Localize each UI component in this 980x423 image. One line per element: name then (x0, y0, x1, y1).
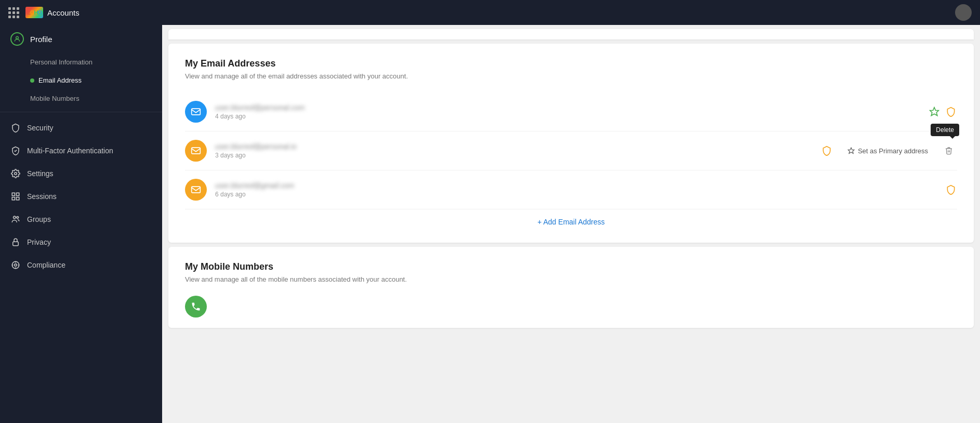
email-address-2: user.blurred@personal.io (215, 142, 812, 151)
delete-button-2[interactable] (941, 142, 957, 159)
sidebar-item-compliance[interactable]: Compliance (0, 254, 162, 276)
svg-marker-14 (848, 148, 854, 153)
email-badges-2 (820, 144, 833, 157)
delete-tooltip-wrap: Delete (941, 142, 957, 159)
email-actions-2: Set as Primary address Delete (841, 142, 957, 159)
lock-icon (10, 237, 21, 247)
sidebar-item-email-address[interactable]: Email Address (30, 71, 162, 89)
add-email-link[interactable]: + Add Email Address (537, 218, 605, 226)
mfa-label: Multi-Factor Authentication (27, 147, 113, 155)
svg-rect-3 (17, 193, 19, 195)
topbar: ZOHO Accounts (0, 0, 980, 25)
svg-rect-11 (192, 109, 201, 115)
email-address-label: Email Address (38, 76, 82, 84)
svg-marker-12 (930, 108, 939, 116)
email-info-2: user.blurred@personal.io 3 days ago (215, 142, 812, 159)
email-avatar-1 (185, 101, 207, 123)
grid-icon[interactable] (8, 7, 19, 18)
email-time-3: 6 days ago (215, 191, 936, 198)
svg-point-6 (14, 216, 16, 219)
sessions-icon (10, 191, 21, 202)
email-address-1: user.blurred@personal.com (215, 103, 920, 112)
privacy-label: Privacy (27, 238, 51, 246)
sidebar-item-sessions[interactable]: Sessions (0, 185, 162, 208)
svg-rect-13 (192, 148, 201, 154)
email-entry-1: user.blurred@personal.com 4 days ago (185, 92, 957, 131)
email-info-1: user.blurred@personal.com 4 days ago (215, 103, 920, 120)
svg-point-0 (16, 36, 19, 39)
sidebar-item-settings[interactable]: Settings (0, 162, 162, 185)
crown-badge (928, 105, 941, 118)
sidebar-item-profile[interactable]: Profile (0, 25, 162, 53)
email-address-3: user.blurred@gmail.com (215, 181, 936, 190)
set-primary-label: Set as Primary address (858, 147, 928, 155)
security-label: Security (27, 124, 54, 132)
settings-label: Settings (27, 169, 54, 178)
email-info-3: user.blurred@gmail.com 6 days ago (215, 181, 936, 198)
mobile-section-subtitle: View and manage all of the mobile number… (185, 275, 957, 283)
email-avatar-2 (185, 140, 207, 162)
sidebar-item-security[interactable]: Security (0, 116, 162, 139)
mobile-section-title: My Mobile Numbers (185, 261, 957, 272)
svg-point-7 (17, 216, 19, 218)
compliance-label: Compliance (27, 261, 65, 269)
shield-badge-1 (945, 105, 957, 118)
email-section-title: My Email Addresses (185, 58, 957, 69)
sidebar-item-mobile-numbers[interactable]: Mobile Numbers (30, 89, 162, 108)
active-indicator (30, 78, 34, 83)
email-section-subtitle: View and manage all of the email address… (185, 72, 957, 80)
mobile-numbers-label: Mobile Numbers (30, 95, 80, 102)
email-entry-2: user.blurred@personal.io 3 days ago (185, 131, 957, 170)
email-entry-3: user.blurred@gmail.com 6 days ago (185, 170, 957, 209)
sidebar: Profile Personal Information Email Addre… (0, 25, 162, 423)
top-partial-card (168, 29, 974, 39)
mobile-numbers-card: My Mobile Numbers View and manage all of… (168, 247, 974, 328)
svg-rect-4 (12, 197, 15, 200)
sidebar-item-groups[interactable]: Groups (0, 208, 162, 231)
svg-rect-15 (192, 187, 201, 193)
email-time-1: 4 days ago (215, 113, 920, 120)
svg-point-10 (15, 264, 17, 267)
profile-subnav: Personal Information Email Address Mobil… (0, 53, 162, 108)
set-primary-button[interactable]: Set as Primary address (841, 144, 934, 158)
zoho-logo-box: ZOHO (25, 7, 43, 18)
shield-badge-2 (820, 144, 833, 157)
zoho-logo: ZOHO (25, 7, 43, 18)
user-avatar[interactable] (955, 4, 972, 21)
svg-rect-5 (17, 197, 19, 200)
sidebar-item-personal-info[interactable]: Personal Information (30, 53, 162, 71)
shield-check-icon (10, 146, 21, 156)
add-email-link-wrap: + Add Email Address (185, 209, 957, 228)
email-badges-1 (928, 105, 957, 118)
groups-icon (10, 214, 21, 224)
shield-icon (10, 123, 21, 133)
sidebar-item-mfa[interactable]: Multi-Factor Authentication (0, 139, 162, 162)
svg-rect-2 (12, 193, 15, 195)
svg-point-1 (15, 173, 17, 175)
mobile-avatar-1 (185, 296, 207, 318)
main-content: My Email Addresses View and manage all o… (162, 25, 980, 423)
sidebar-item-privacy[interactable]: Privacy (0, 231, 162, 254)
svg-rect-8 (13, 242, 19, 246)
profile-label: Profile (30, 35, 52, 44)
email-badges-3 (945, 183, 957, 196)
compliance-icon (10, 260, 21, 270)
shield-badge-3 (945, 183, 957, 196)
groups-label: Groups (27, 215, 51, 223)
email-addresses-card: My Email Addresses View and manage all o… (168, 44, 974, 243)
sessions-label: Sessions (27, 192, 57, 201)
profile-icon (10, 32, 24, 46)
email-avatar-3 (185, 179, 207, 201)
app-title: Accounts (47, 8, 80, 17)
personal-info-label: Personal Information (30, 58, 92, 66)
divider (0, 112, 162, 112)
gear-icon (10, 168, 21, 179)
email-time-2: 3 days ago (215, 152, 812, 159)
